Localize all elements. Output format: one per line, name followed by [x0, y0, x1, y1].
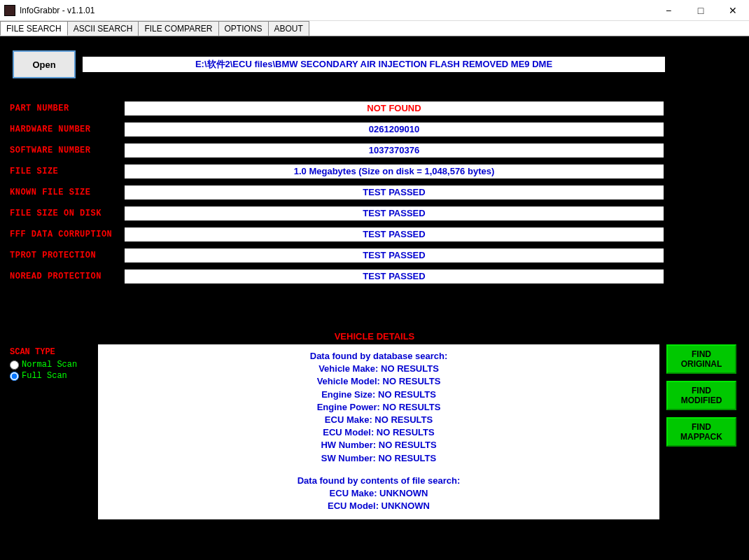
details-file-ecu-make: ECU Make: UNKNOWN [104, 487, 654, 500]
tab-file-search[interactable]: FILE SEARCH [0, 21, 68, 36]
details-file-ecu-model: ECU Model: UNKNOWN [104, 500, 654, 512]
details-sw-number: SW Number: NO RESULTS [104, 452, 654, 465]
tab-ascii-search[interactable]: ASCII SEARCH [67, 21, 139, 36]
find-modified-button[interactable]: FIND MODIFIED [666, 381, 736, 410]
open-button[interactable]: Open [13, 50, 76, 78]
radio-normal-scan-input[interactable] [10, 360, 19, 370]
label-software-number: SOFTWARE NUMBER [7, 146, 125, 155]
find-mappack-button[interactable]: FIND MAPPACK [666, 417, 736, 447]
window-titlebar: InfoGrabbr - v1.1.01 − □ ✕ [0, 0, 749, 21]
vehicle-details-header: VEHICLE DETAILS [7, 331, 742, 342]
scan-type-panel: SCAN TYPE Normal Scan Full Scan [7, 344, 91, 519]
label-known-file-size: KNOWN FILE SIZE [7, 188, 125, 197]
main-panel: Open E:\软件2\ECU files\BMW SECONDARY AIR … [0, 36, 749, 560]
label-hardware-number: HARDWARE NUMBER [7, 125, 125, 134]
value-file-size: 1.0 Megabytes (Size on disk = 1,048,576 … [125, 164, 664, 178]
radio-full-scan[interactable]: Full Scan [10, 371, 88, 381]
find-original-button[interactable]: FIND ORIGINAL [666, 344, 736, 374]
details-engine-size: Engine Size: NO RESULTS [104, 388, 654, 401]
value-file-size-on-disk: TEST PASSED [125, 206, 664, 220]
radio-normal-scan-label: Normal Scan [22, 360, 77, 370]
value-tprot-protection: TEST PASSED [125, 248, 664, 262]
details-vehicle-make: Vehicle Make: NO RESULTS [104, 363, 654, 375]
value-known-file-size: TEST PASSED [125, 186, 664, 200]
details-ecu-make: ECU Make: NO RESULTS [104, 414, 654, 426]
maximize-button[interactable]: □ [685, 0, 717, 21]
details-file-header: Data found by contents of file search: [104, 475, 654, 487]
details-vehicle-model: Vehicle Model: NO RESULTS [104, 375, 654, 388]
value-noread-protection: TEST PASSED [125, 270, 664, 284]
value-fff-data-corruption: TEST PASSED [125, 227, 664, 241]
app-icon [4, 5, 15, 16]
tab-about[interactable]: ABOUT [268, 21, 309, 36]
window-title: InfoGrabbr - v1.1.01 [20, 6, 652, 15]
vehicle-details-box: Data found by database search: Vehicle M… [98, 344, 659, 519]
scan-type-title: SCAN TYPE [10, 347, 88, 357]
radio-normal-scan[interactable]: Normal Scan [10, 360, 88, 370]
close-button[interactable]: ✕ [717, 0, 749, 21]
label-part-number: PART NUMBER [7, 104, 125, 113]
details-ecu-model: ECU Model: NO RESULTS [104, 426, 654, 439]
minimize-button[interactable]: − [652, 0, 685, 21]
label-fff-data-corruption: FFF DATA CORRUPTION [7, 230, 125, 239]
details-engine-power: Engine Power: NO RESULTS [104, 401, 654, 414]
action-buttons: FIND ORIGINAL FIND MODIFIED FIND MAPPACK [666, 344, 742, 519]
label-noread-protection: NOREAD PROTECTION [7, 272, 125, 281]
info-grid: PART NUMBER NOT FOUND HARDWARE NUMBER 02… [7, 99, 742, 286]
value-software-number: 1037370376 [125, 144, 664, 158]
details-hw-number: HW Number: NO RESULTS [104, 439, 654, 451]
label-file-size: FILE SIZE [7, 167, 125, 176]
label-tprot-protection: TPROT PROTECTION [7, 251, 125, 260]
value-part-number: NOT FOUND [125, 102, 664, 115]
tab-bar: FILE SEARCH ASCII SEARCH FILE COMPARER O… [0, 21, 749, 36]
tab-options[interactable]: OPTIONS [218, 21, 269, 36]
value-hardware-number: 0261209010 [125, 122, 664, 136]
radio-full-scan-input[interactable] [10, 372, 19, 381]
file-path-display: E:\软件2\ECU files\BMW SECONDARY AIR INJEC… [83, 57, 665, 72]
details-db-header: Data found by database search: [104, 350, 654, 363]
label-file-size-on-disk: FILE SIZE ON DISK [7, 209, 125, 218]
tab-file-comparer[interactable]: FILE COMPARER [138, 21, 218, 36]
radio-full-scan-label: Full Scan [22, 371, 67, 381]
